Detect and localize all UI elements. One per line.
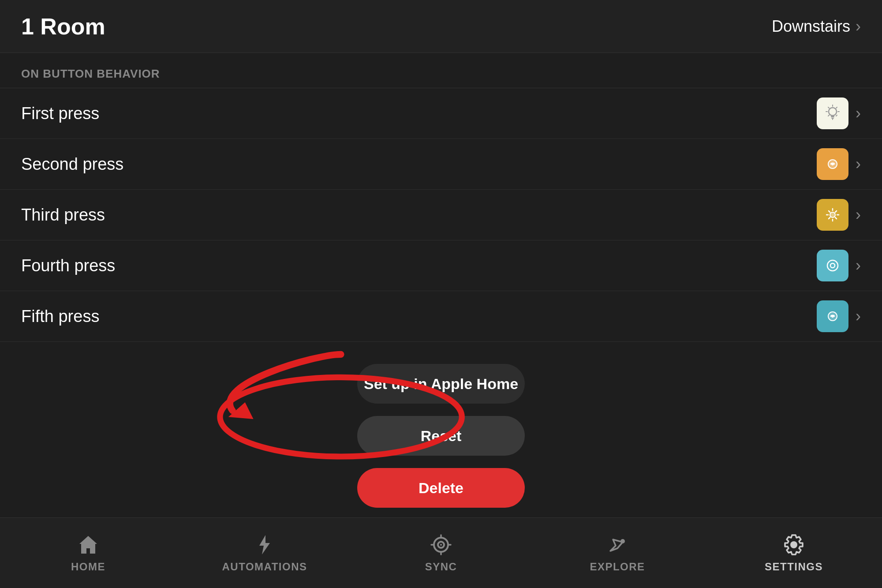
first-press-row[interactable]: First press › bbox=[0, 88, 882, 139]
header: 1 Room Downstairs › bbox=[0, 0, 882, 53]
svg-point-22 bbox=[827, 260, 838, 271]
third-press-label: Third press bbox=[21, 206, 105, 225]
second-press-icon bbox=[817, 148, 848, 180]
svg-point-13 bbox=[830, 212, 835, 217]
svg-point-12 bbox=[831, 163, 834, 165]
svg-point-0 bbox=[829, 108, 837, 116]
bottom-nav: HOME AUTOMATIONS SYNC EXPLORE SE bbox=[0, 517, 882, 588]
nav-sync-label: SYNC bbox=[425, 561, 457, 573]
svg-line-18 bbox=[829, 211, 830, 212]
fifth-press-label: Fifth press bbox=[21, 307, 99, 326]
nav-explore-label: EXPLORE bbox=[590, 561, 645, 573]
svg-line-9 bbox=[836, 107, 837, 108]
second-press-label: Second press bbox=[21, 155, 123, 174]
location-label: Downstairs bbox=[772, 17, 850, 36]
nav-explore[interactable]: EXPLORE bbox=[529, 518, 706, 588]
nav-settings-label: SETTINGS bbox=[765, 561, 823, 573]
fourth-press-row[interactable]: Fourth press › bbox=[0, 240, 882, 291]
fourth-press-chevron: › bbox=[856, 256, 861, 275]
svg-point-23 bbox=[830, 263, 835, 268]
fifth-press-icon bbox=[817, 300, 848, 332]
nav-automations[interactable]: AUTOMATIONS bbox=[176, 518, 353, 588]
second-press-chevron: › bbox=[856, 155, 861, 173]
section-label: ON BUTTON BEHAVIOR bbox=[0, 53, 882, 88]
fifth-press-chevron: › bbox=[856, 307, 861, 326]
svg-point-25 bbox=[831, 315, 834, 318]
page-title: 1 Room bbox=[21, 13, 105, 40]
fourth-press-right: › bbox=[817, 250, 861, 281]
svg-line-7 bbox=[828, 107, 829, 108]
press-list: First press › Second bbox=[0, 88, 882, 342]
svg-line-8 bbox=[836, 115, 837, 116]
fourth-press-icon bbox=[817, 250, 848, 281]
delete-button[interactable]: Delete bbox=[357, 468, 525, 508]
fifth-press-right: › bbox=[817, 300, 861, 332]
svg-rect-1 bbox=[831, 116, 834, 117]
location-nav[interactable]: Downstairs › bbox=[772, 17, 861, 36]
buttons-area: Set up in Apple Home Reset Delete bbox=[0, 342, 882, 525]
first-press-icon bbox=[817, 97, 848, 129]
third-press-right: › bbox=[817, 199, 861, 231]
svg-line-10 bbox=[828, 115, 829, 116]
third-press-chevron: › bbox=[856, 206, 861, 224]
first-press-chevron: › bbox=[856, 104, 861, 123]
chevron-right-icon: › bbox=[856, 17, 861, 36]
first-press-right: › bbox=[817, 97, 861, 129]
svg-line-21 bbox=[829, 217, 830, 219]
nav-home-label: HOME bbox=[71, 561, 105, 573]
nav-settings[interactable]: SETTINGS bbox=[706, 518, 882, 588]
first-press-label: First press bbox=[21, 104, 99, 123]
svg-line-19 bbox=[835, 217, 837, 219]
reset-button[interactable]: Reset bbox=[357, 416, 525, 456]
second-press-right: › bbox=[817, 148, 861, 180]
nav-sync[interactable]: SYNC bbox=[353, 518, 529, 588]
svg-point-30 bbox=[440, 544, 442, 546]
svg-marker-27 bbox=[228, 402, 254, 419]
svg-line-20 bbox=[835, 211, 837, 212]
apple-home-button[interactable]: Set up in Apple Home bbox=[357, 364, 525, 404]
second-press-row[interactable]: Second press › bbox=[0, 139, 882, 190]
third-press-row[interactable]: Third press › bbox=[0, 190, 882, 240]
fourth-press-label: Fourth press bbox=[21, 256, 115, 275]
nav-automations-label: AUTOMATIONS bbox=[222, 561, 307, 573]
svg-point-35 bbox=[620, 539, 625, 543]
fifth-press-row[interactable]: Fifth press › bbox=[0, 291, 882, 342]
nav-home[interactable]: HOME bbox=[0, 518, 176, 588]
third-press-icon bbox=[817, 199, 848, 231]
